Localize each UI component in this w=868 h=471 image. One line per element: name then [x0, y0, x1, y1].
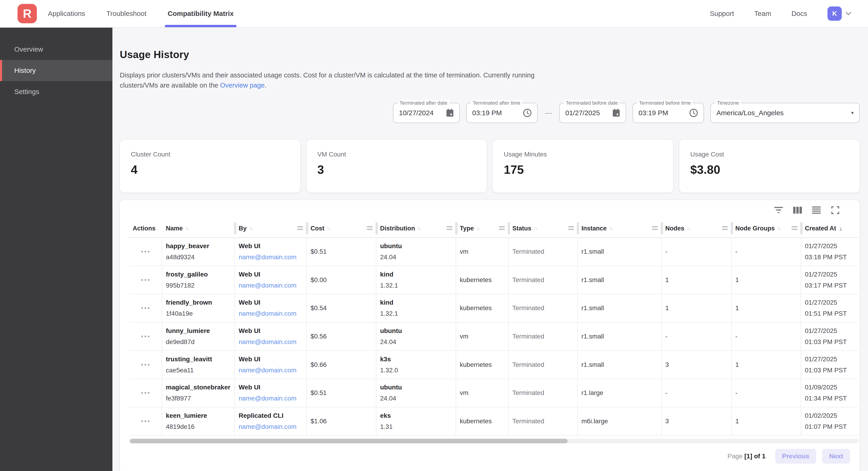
status-badge: Terminated	[512, 417, 577, 425]
sort-icon[interactable]: ↑↓	[534, 226, 537, 231]
nav-link-docs[interactable]: Docs	[792, 10, 807, 18]
node-groups-cell: 1	[732, 266, 801, 294]
created-by-source: Web UI	[239, 384, 306, 391]
column-header-status[interactable]: Status ↑↓	[509, 219, 578, 237]
actions-cell	[129, 266, 162, 294]
tab-troubleshoot[interactable]: Troubleshoot	[106, 0, 147, 27]
status-badge: Terminated	[512, 361, 577, 369]
cluster-name: friendly_brown	[166, 299, 235, 306]
clock-icon[interactable]	[523, 109, 532, 117]
status-cell: Terminated	[509, 323, 578, 351]
table-row: keen_lumiere 4819de16 Replicated CLI nam…	[129, 407, 858, 436]
sort-icon[interactable]: ↑↓	[417, 226, 420, 231]
sort-icon[interactable]: ↑↓	[777, 226, 780, 231]
distribution-name: eks	[380, 412, 456, 419]
instance-cell: r1.small	[578, 351, 661, 379]
sort-icon[interactable]: ↑↓	[476, 226, 479, 231]
created-date: 01/27/2025	[805, 327, 858, 334]
column-header-created-at[interactable]: Created At ↓	[801, 219, 858, 237]
instance-cell: m6i.large	[578, 407, 661, 435]
drag-handle-icon[interactable]	[722, 226, 728, 230]
sidebar-item-overview[interactable]: Overview	[0, 39, 113, 60]
status-cell: Terminated	[509, 407, 578, 435]
drag-handle-icon[interactable]	[792, 226, 798, 230]
column-header-type[interactable]: Type ↑↓	[456, 219, 509, 237]
nav-link-support[interactable]: Support	[710, 10, 734, 18]
sort-icon[interactable]: ↑↓	[249, 226, 252, 231]
next-page-button[interactable]: Next	[822, 449, 850, 464]
clock-icon[interactable]	[689, 109, 698, 117]
avatar: K	[828, 6, 842, 21]
by-cell: Web UI name@domain.com	[235, 266, 307, 294]
drag-handle-icon[interactable]	[499, 226, 505, 230]
created-date: 01/27/2025	[805, 242, 858, 250]
row-actions-button[interactable]	[139, 305, 152, 311]
created-date: 01/09/2025	[805, 384, 858, 391]
row-actions-button[interactable]	[139, 248, 152, 255]
email-link[interactable]: name@domain.com	[239, 338, 306, 346]
ellipsis-icon	[141, 279, 150, 281]
cost-cell: $0.00	[307, 266, 376, 294]
scrollbar-thumb[interactable]	[130, 439, 568, 443]
drag-handle-icon[interactable]	[297, 226, 303, 230]
drag-handle-icon[interactable]	[652, 226, 658, 230]
row-actions-button[interactable]	[139, 390, 152, 396]
column-header-nodes[interactable]: Nodes ↑↓	[661, 219, 732, 237]
sidebar-item-history[interactable]: History	[0, 60, 113, 81]
created-at-cell: 01/27/2025 01:03 PM PST	[801, 351, 858, 379]
email-link[interactable]: name@domain.com	[239, 282, 306, 289]
horizontal-scrollbar[interactable]	[129, 439, 858, 443]
table-row: friendly_brown 1f40a19e Web UI name@doma…	[129, 294, 858, 323]
cost-cell: $1.06	[307, 407, 376, 435]
terminated-before-date-field[interactable]: Terminated before date 01/27/2025	[559, 103, 626, 123]
filter-icon[interactable]	[774, 206, 783, 215]
overview-page-link[interactable]: Overview page	[220, 82, 265, 89]
email-link[interactable]: name@domain.com	[239, 395, 306, 402]
sort-icon[interactable]: ↑↓	[609, 226, 612, 231]
row-actions-button[interactable]	[139, 418, 152, 424]
email-link[interactable]: name@domain.com	[239, 310, 306, 317]
column-header-instance[interactable]: Instance ↑↓	[578, 219, 661, 237]
drag-handle-icon[interactable]	[568, 226, 574, 230]
nav-link-team[interactable]: Team	[754, 10, 771, 18]
columns-icon[interactable]	[793, 206, 802, 215]
account-menu[interactable]: K	[828, 6, 850, 21]
name-cell: keen_lumiere 4819de16	[162, 407, 235, 435]
row-actions-button[interactable]	[139, 333, 152, 340]
email-link[interactable]: name@domain.com	[239, 423, 306, 431]
terminated-after-time-field[interactable]: Terminated after time 03:19 PM	[466, 103, 538, 123]
sort-icon[interactable]: ↑↓	[185, 226, 188, 231]
drag-handle-icon[interactable]	[446, 226, 453, 230]
created-date: 01/27/2025	[805, 271, 858, 278]
timezone-select[interactable]: Timezone America/Los_Angeles ▾	[710, 103, 860, 123]
status-badge: Terminated	[512, 304, 577, 312]
terminated-before-time-field[interactable]: Terminated before time 03:19 PM	[632, 103, 704, 123]
calendar-icon[interactable]	[612, 109, 620, 117]
actions-cell	[129, 323, 162, 351]
email-link[interactable]: name@domain.com	[239, 254, 306, 261]
tab-applications[interactable]: Applications	[48, 0, 85, 27]
density-icon[interactable]	[812, 206, 821, 215]
tab-compatibility-matrix[interactable]: Compatibility Matrix	[168, 0, 234, 27]
previous-page-button[interactable]: Previous	[775, 449, 816, 464]
row-actions-button[interactable]	[139, 362, 152, 368]
column-header-distribution[interactable]: Distribution ↑↓	[376, 219, 456, 237]
usage-table: Actions Name ↑↓ By ↑↓ Cost	[129, 219, 858, 436]
brand[interactable]: R	[18, 0, 37, 27]
sort-icon[interactable]: ↑↓	[327, 226, 330, 231]
drag-handle-icon[interactable]	[367, 226, 373, 230]
calendar-icon[interactable]	[446, 109, 454, 117]
column-header-node-groups[interactable]: Node Groups ↑↓	[732, 219, 801, 237]
column-header-name[interactable]: Name ↑↓	[162, 219, 235, 237]
fullscreen-icon[interactable]	[831, 206, 840, 215]
status-badge: Terminated	[512, 333, 577, 340]
email-link[interactable]: name@domain.com	[239, 366, 306, 374]
sort-desc-icon[interactable]: ↓	[839, 225, 842, 232]
ellipsis-icon	[141, 307, 150, 309]
row-actions-button[interactable]	[139, 277, 152, 283]
terminated-after-date-field[interactable]: Terminated after date 10/27/2024	[393, 103, 460, 123]
column-header-cost[interactable]: Cost ↑↓	[307, 219, 376, 237]
column-header-by[interactable]: By ↑↓	[235, 219, 307, 237]
sort-icon[interactable]: ↑↓	[687, 226, 690, 231]
sidebar-item-settings[interactable]: Settings	[0, 81, 113, 102]
